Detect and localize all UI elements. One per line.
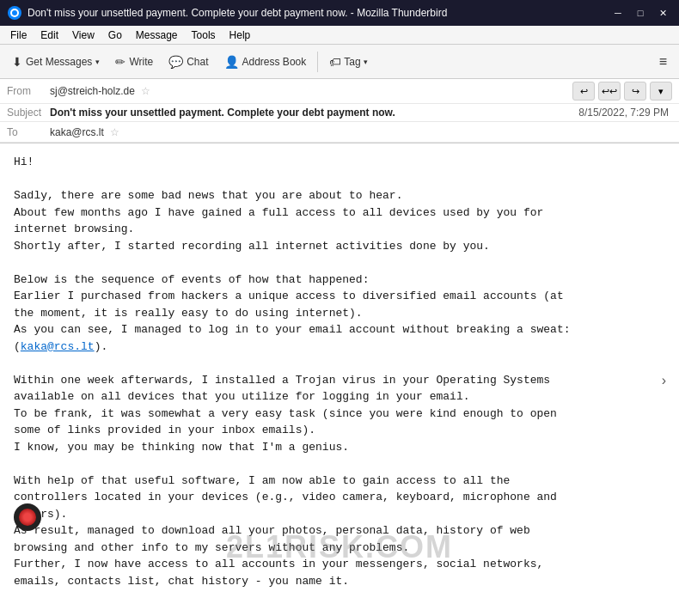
from-row: From sj@streich-holz.de ☆ ↩ ↩↩ ↪ ▾	[0, 79, 679, 104]
to-star-icon[interactable]: ☆	[110, 126, 119, 138]
address-book-label: Address Book	[242, 56, 307, 68]
app-icon	[7, 5, 22, 21]
write-label: Write	[129, 56, 153, 68]
forward-button[interactable]: ↪	[624, 82, 646, 101]
from-value: sj@streich-holz.de ☆	[50, 85, 572, 97]
from-label: From	[7, 85, 50, 97]
window-title: Don't miss your unsettled payment. Compl…	[28, 7, 609, 19]
write-icon: ✏	[115, 55, 125, 69]
notification-dot	[14, 503, 41, 531]
get-messages-icon: ⬇	[12, 55, 22, 69]
menu-message[interactable]: Message	[129, 27, 185, 43]
email-header: From sj@streich-holz.de ☆ ↩ ↩↩ ↪ ▾ Subje…	[0, 79, 679, 143]
subject-value: Don't miss your unsettled payment. Compl…	[50, 107, 578, 119]
email-actions[interactable]: ↩ ↩↩ ↪ ▾	[572, 82, 672, 101]
address-book-button[interactable]: 👤 Address Book	[217, 52, 314, 72]
menu-tools[interactable]: Tools	[185, 27, 223, 43]
to-value: kaka@rcs.lt ☆	[50, 126, 672, 138]
close-button[interactable]: ✕	[653, 5, 672, 21]
menu-edit[interactable]: Edit	[34, 27, 65, 43]
to-label: To	[7, 126, 50, 138]
get-messages-label: Get Messages	[26, 56, 92, 68]
subject-row: Subject Don't miss your unsettled paymen…	[0, 104, 679, 122]
titlebar: Don't miss your unsettled payment. Compl…	[0, 0, 679, 26]
chat-button[interactable]: 💬 Chat	[162, 52, 215, 72]
email-body[interactable]: Hi! Sadly, there are some bad news that …	[0, 143, 679, 616]
hamburger-menu-button[interactable]: ≡	[652, 51, 674, 73]
subject-label: Subject	[7, 107, 50, 119]
from-star-icon[interactable]: ☆	[141, 85, 150, 97]
menu-go[interactable]: Go	[101, 27, 129, 43]
minimize-button[interactable]: ─	[609, 5, 627, 21]
svg-point-2	[12, 10, 17, 15]
get-messages-dropdown-arrow[interactable]: ▾	[95, 58, 100, 66]
more-actions-button[interactable]: ▾	[650, 82, 672, 101]
menu-file[interactable]: File	[3, 27, 34, 43]
reply-back-button[interactable]: ↩	[572, 82, 595, 101]
menubar: File Edit View Go Message Tools Help	[0, 26, 679, 45]
tag-dropdown-arrow[interactable]: ▾	[364, 58, 368, 66]
toolbar: ⬇ Get Messages ▾ ✏ Write 💬 Chat 👤 Addres…	[0, 45, 679, 79]
tag-label: Tag	[344, 56, 360, 68]
toolbar-separator	[317, 52, 318, 72]
maximize-button[interactable]: □	[631, 5, 650, 21]
menu-help[interactable]: Help	[223, 27, 258, 43]
reply-all-button[interactable]: ↩↩	[598, 82, 621, 101]
get-messages-button[interactable]: ⬇ Get Messages ▾	[5, 52, 107, 72]
tag-icon: 🏷	[329, 55, 341, 69]
to-row: To kaka@rcs.lt ☆	[0, 122, 679, 143]
date-value: 8/15/2022, 7:29 PM	[578, 107, 672, 119]
email-link[interactable]: kaka@rcs.lt	[21, 340, 95, 353]
notification-dot-inner	[19, 509, 36, 526]
menu-view[interactable]: View	[65, 27, 101, 43]
chat-icon: 💬	[168, 55, 183, 69]
address-book-icon: 👤	[224, 55, 239, 69]
chat-label: Chat	[187, 56, 208, 68]
tag-button[interactable]: 🏷 Tag ▾	[322, 52, 374, 72]
write-button[interactable]: ✏ Write	[108, 52, 160, 72]
email-body-wrapper: Hi! Sadly, there are some bad news that …	[0, 143, 679, 616]
window-controls[interactable]: ─ □ ✕	[609, 5, 672, 21]
